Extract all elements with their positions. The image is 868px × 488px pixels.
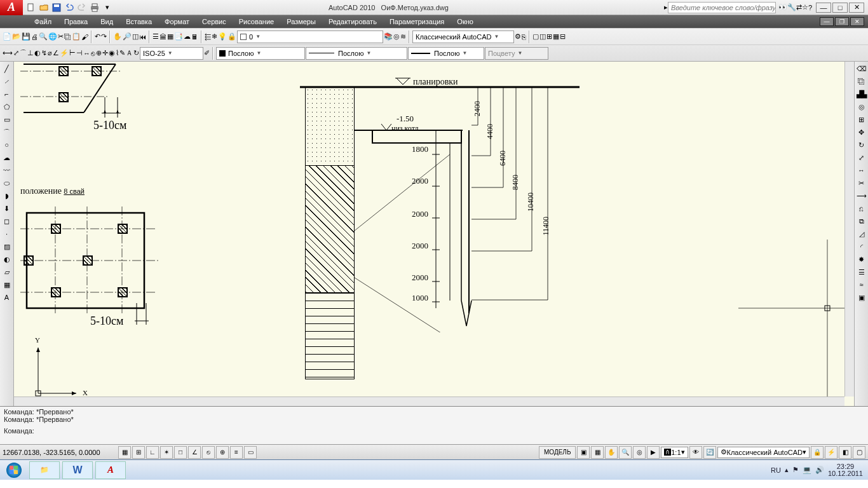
maximize-button[interactable]: □ (832, 3, 848, 13)
calc-icon[interactable]: 🖩 (191, 33, 198, 41)
fillet-icon[interactable]: ◜ (856, 241, 867, 252)
plotstyle-dropdown[interactable]: Поцвету▼ (485, 47, 548, 60)
vertical-scrollbar[interactable] (844, 62, 854, 396)
wheel-icon[interactable]: ◎ (633, 446, 646, 459)
dim-quick-icon[interactable]: ⚡ (60, 49, 69, 57)
zoom-win-icon[interactable]: ◫ (132, 32, 139, 41)
horizontal-scrollbar[interactable] (14, 396, 844, 406)
point-icon[interactable]: · (1, 228, 13, 240)
qp-icon[interactable]: ▭ (244, 446, 257, 459)
menu-format[interactable]: Формат (158, 17, 196, 27)
dim-radius-icon[interactable]: ◐ (34, 49, 41, 57)
stretch-icon[interactable]: ↔ (856, 165, 867, 176)
sheetset-icon[interactable]: 📑 (174, 32, 183, 41)
menu-draw[interactable]: Рисование (233, 17, 280, 27)
layer-match-icon[interactable]: ≋ (400, 32, 406, 41)
osnap-icon[interactable]: □ (174, 446, 187, 459)
properties-icon[interactable]: ☰ (153, 32, 159, 41)
cut-icon[interactable]: ✂ (58, 32, 64, 41)
rotate-icon[interactable]: ↻ (856, 139, 867, 151)
mtext-icon[interactable]: A (1, 292, 13, 303)
circle-icon[interactable]: ○ (1, 139, 13, 151)
rect-icon[interactable]: ▭ (1, 114, 13, 125)
ducs-icon[interactable]: ⎋ (202, 446, 215, 459)
tray-volume-icon[interactable]: 🔊 (815, 466, 824, 474)
copy2-icon[interactable]: ⿻ (856, 76, 867, 87)
layer-lock-icon[interactable]: 🔒 (227, 32, 236, 41)
menu-view[interactable]: Вид (94, 17, 119, 27)
undo2-icon[interactable]: ↶ (95, 32, 100, 41)
dim-base-icon[interactable]: ⊢ (69, 49, 76, 57)
dim-break-icon[interactable]: ⎋ (91, 50, 95, 57)
menu-file[interactable]: Файл (28, 17, 58, 27)
pan-icon[interactable]: ✋ (113, 32, 122, 41)
layer-iso-icon[interactable]: ◎ (393, 32, 400, 41)
insert-icon[interactable]: ⬇ (1, 203, 13, 214)
gradient-icon[interactable]: ◐ (1, 254, 13, 265)
ortho-icon[interactable]: ∟ (146, 446, 159, 459)
pline-icon[interactable]: ⌐ (1, 88, 13, 100)
explode-icon[interactable]: ✸ (856, 254, 867, 265)
redo2-icon[interactable]: ↷ (101, 32, 107, 41)
key-icon[interactable]: 🔧 (787, 3, 796, 11)
ws-settings-icon[interactable]: ⚙ (515, 32, 521, 41)
color-dropdown[interactable]: Послою▼ (216, 47, 305, 60)
dcenter-icon[interactable]: 🏛 (159, 33, 166, 41)
ellipse-icon[interactable]: ⬭ (1, 177, 13, 189)
redo-icon[interactable] (76, 2, 88, 13)
coords-display[interactable]: 12667.0138, -323.5165, 0.0000 (3, 449, 117, 456)
showmotion-icon[interactable]: ▶ (647, 446, 660, 459)
clean-screen-icon[interactable]: ▢ (853, 446, 865, 459)
qat-more-icon[interactable]: ▾ (102, 2, 113, 13)
move-icon[interactable]: ✥ (856, 126, 867, 138)
layer-mgr-icon[interactable]: 📚 (384, 32, 393, 41)
lineweight-dropdown[interactable]: Послою▼ (408, 47, 484, 60)
markup-icon[interactable]: ☁ (184, 32, 191, 41)
menu-dimension[interactable]: Размеры (280, 17, 322, 27)
clock[interactable]: 23:2910.12.2011 (828, 463, 863, 477)
new-file-icon[interactable]: 📄 (3, 32, 11, 41)
start-button[interactable] (1, 461, 27, 479)
layer-dropdown[interactable]: 0▼ (237, 30, 383, 43)
match-icon[interactable]: 🖌 (81, 33, 88, 41)
tray-network-icon[interactable]: 💻 (803, 466, 811, 474)
offset-icon[interactable]: ◎ (856, 101, 867, 112)
dim-edit-icon[interactable]: ✎ (119, 49, 125, 57)
trim-icon[interactable]: ✂ (856, 177, 867, 189)
task-explorer[interactable]: 📁 (29, 461, 60, 479)
menu-tools[interactable]: Сервис (196, 17, 233, 27)
minimize-button[interactable]: ― (816, 3, 831, 13)
new-icon[interactable] (25, 2, 37, 13)
spline-icon[interactable]: 〰 (1, 165, 13, 176)
app-menu-button[interactable]: A (0, 0, 23, 15)
line-icon[interactable]: ╱ (1, 63, 13, 74)
layer-prev-icon[interactable]: ⬱ (205, 32, 211, 41)
block-icon[interactable]: ◻ (1, 215, 13, 227)
workspace-status-dropdown[interactable]: ⚙ Классический AutoCAD ▾ (717, 447, 810, 458)
menu-parametric[interactable]: Параметризация (383, 17, 451, 27)
plot-icon[interactable]: 🖨 (31, 33, 38, 41)
command-window[interactable]: Команда: *Прервано* Команда: *Прервано* … (0, 406, 868, 444)
dimstyle-dropdown[interactable]: ISO-25▼ (140, 47, 203, 60)
toolpal-icon[interactable]: ▦ (167, 32, 173, 41)
dim-update-icon[interactable]: ↻ (133, 49, 139, 57)
lock-ui-icon[interactable]: 🔒 (811, 446, 824, 459)
qview-dwg-icon[interactable]: ▦ (591, 446, 604, 459)
star-icon[interactable]: ☆ (802, 3, 808, 11)
mdi-minimize-button[interactable]: ― (820, 17, 834, 26)
polar-icon[interactable]: ✶ (160, 446, 173, 459)
mdi-restore-button[interactable]: ❐ (835, 17, 849, 26)
copy-icon[interactable]: ⿻ (64, 33, 71, 41)
exchange-icon[interactable]: ⇄ (796, 3, 802, 11)
dim-ang-icon[interactable]: ∠ (53, 49, 59, 57)
zoom2-icon[interactable]: 🔍 (619, 446, 632, 459)
arc-icon[interactable]: ⌒ (1, 126, 13, 138)
menu-window[interactable]: Окно (451, 17, 480, 27)
menu-modify[interactable]: Редактировать (322, 17, 383, 27)
vp1-icon[interactable]: ▢ (532, 32, 539, 41)
search-input[interactable] (668, 2, 776, 13)
dim-jog-icon[interactable]: ↯ (41, 49, 47, 57)
tray-arrow-icon[interactable]: ▴ (785, 466, 789, 474)
anno-auto-icon[interactable]: 🔄 (703, 446, 716, 459)
layer-on-icon[interactable]: 💡 (218, 32, 227, 41)
